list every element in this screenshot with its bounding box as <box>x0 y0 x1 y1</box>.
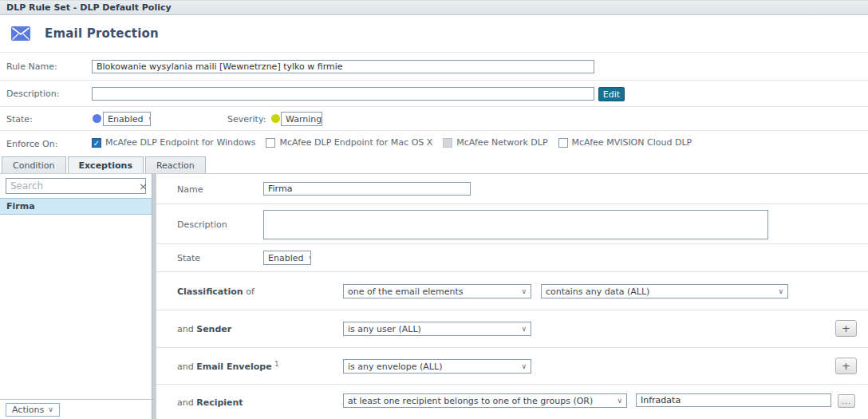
email-envelope-select[interactable]: is any envelope (ALL) ∨ <box>343 359 531 374</box>
checkbox-label: McAfee DLP Endpoint for Mac OS X <box>279 137 432 148</box>
state-status-dot <box>93 114 101 123</box>
sender-select[interactable]: is any user (ALL) ∨ <box>343 322 531 336</box>
exception-description-row: Description <box>156 204 868 244</box>
content-area: × Firma Actions ∨ Name Description Sta <box>0 174 868 419</box>
tab-exceptions[interactable]: Exceptions <box>68 156 144 173</box>
rule-name-label: Rule Name: <box>6 61 57 72</box>
tab-bar: Condition Exceptions Reaction <box>0 156 868 174</box>
checkbox-label: McAfee DLP Endpoint for Windows <box>105 137 255 148</box>
browse-recipient-groups-button[interactable]: ... <box>838 394 855 408</box>
tab-reaction[interactable]: Reaction <box>145 156 206 173</box>
chevron-down-icon: ∨ <box>521 325 527 333</box>
severity-select[interactable]: Warning ∨ <box>281 112 322 126</box>
add-sender-button[interactable]: + <box>835 320 857 337</box>
sender-label-bold: Sender <box>196 324 231 334</box>
recipient-select-value: at least one recipient belongs to one of… <box>348 396 593 406</box>
exception-detail-panel: Name Description State Enabled ∨ Classif… <box>156 174 868 419</box>
enforce-on-row: Enforce On: ✓ McAfee DLP Endpoint for Wi… <box>0 130 868 156</box>
exception-state-select[interactable]: Enabled ∨ <box>263 251 311 265</box>
dlp-rule-editor-window: DLP Rule Set - DLP Default Policy Email … <box>0 0 868 419</box>
recipient-label: and Recipient <box>177 397 243 407</box>
exception-name-input[interactable] <box>263 182 471 196</box>
exception-description-label: Description <box>177 219 227 229</box>
state-label: State: <box>6 113 33 124</box>
chevron-down-icon: ∨ <box>617 397 622 405</box>
classification-data-value: contains any data (ALL) <box>546 287 649 297</box>
severity-status-dot <box>271 114 280 123</box>
tab-condition[interactable]: Condition <box>2 156 66 173</box>
state-select[interactable]: Enabled ∨ <box>103 112 151 126</box>
classification-data-select[interactable]: contains any data (ALL) ∨ <box>541 284 788 298</box>
sidebar-action-bar: Actions ∨ <box>0 399 152 419</box>
exception-state-row: State Enabled ∨ <box>156 244 868 272</box>
exceptions-sidebar: × Firma Actions ∨ <box>0 174 152 419</box>
envelope-label-prefix: and <box>177 362 196 372</box>
state-severity-row: State: Enabled ∨ Severity: Warning ∨ <box>0 106 868 130</box>
add-envelope-button[interactable]: + <box>835 358 857 374</box>
recipient-label-bold: Recipient <box>196 397 243 407</box>
envelope-footnote-marker: 1 <box>274 360 278 367</box>
email-envelope-row: and Email Envelope 1 is any envelope (AL… <box>156 348 868 385</box>
sender-label: and Sender <box>177 324 231 334</box>
description-label: Description: <box>6 89 59 99</box>
recipient-select[interactable]: at least one recipient belongs to one of… <box>343 393 627 408</box>
checkbox-label: McAfee Network DLP <box>456 137 547 148</box>
page-title: Email Protection <box>45 26 159 41</box>
state-select-value: Enabled <box>108 114 143 125</box>
classification-label: Classification of <box>177 286 254 296</box>
sender-row: and Sender is any user (ALL) ∨ + <box>156 310 868 348</box>
exception-description-input[interactable] <box>263 210 768 239</box>
description-row: Description: Edit <box>0 80 868 106</box>
exception-name-row: Name <box>156 174 868 204</box>
exception-state-label: State <box>177 253 200 263</box>
classification-row: Classification of one of the email eleme… <box>156 272 868 310</box>
checkbox-dlp-endpoint-windows[interactable]: ✓ <box>92 138 101 148</box>
chevron-down-icon: ∨ <box>48 405 53 413</box>
edit-button[interactable]: Edit <box>598 87 625 101</box>
window-title: DLP Rule Set - DLP Default Policy <box>6 2 172 13</box>
envelope-label-bold: Email Envelope <box>196 362 271 372</box>
sender-select-value: is any user (ALL) <box>348 324 421 334</box>
recipient-label-prefix: and <box>177 397 196 407</box>
sender-label-prefix: and <box>177 324 196 334</box>
recipient-row: and Recipient at least one recipient bel… <box>156 385 868 419</box>
rule-name-row: Rule Name: <box>0 52 868 80</box>
rule-name-input[interactable] <box>92 60 594 73</box>
window-title-bar: DLP Rule Set - DLP Default Policy <box>0 1 868 15</box>
search-box: × <box>6 178 146 194</box>
page-header: Email Protection <box>0 15 868 52</box>
enforce-on-label: Enforce On: <box>6 139 57 149</box>
checkbox-dlp-endpoint-mac[interactable] <box>266 138 275 148</box>
chevron-down-icon: ∨ <box>148 115 151 123</box>
chevron-down-icon: ∨ <box>308 254 311 262</box>
chevron-down-icon: ∨ <box>521 287 527 295</box>
classification-element-select[interactable]: one of the email elements ∨ <box>343 284 531 298</box>
email-envelope-select-value: is any envelope (ALL) <box>348 362 442 372</box>
classification-element-value: one of the email elements <box>348 287 464 297</box>
search-input[interactable] <box>6 180 134 192</box>
email-envelope-label: and Email Envelope 1 <box>177 360 278 372</box>
severity-select-value: Warning <box>286 114 322 125</box>
actions-button-label: Actions <box>12 405 44 415</box>
email-envelope-icon <box>11 26 30 41</box>
chevron-down-icon: ∨ <box>778 287 783 295</box>
checkbox-label: McAfee MVISION Cloud DLP <box>572 137 692 148</box>
chevron-down-icon: ∨ <box>521 362 527 370</box>
exception-state-value: Enabled <box>268 253 303 263</box>
recipient-group-input[interactable] <box>636 393 831 407</box>
exception-list-item-firma[interactable]: Firma <box>0 198 152 215</box>
clear-search-icon[interactable]: × <box>134 180 152 192</box>
classification-label-bold: Classification <box>177 286 243 296</box>
actions-button[interactable]: Actions ∨ <box>6 403 60 417</box>
checkbox-network-dlp <box>443 138 452 148</box>
classification-label-rest: of <box>243 286 254 296</box>
exception-name-label: Name <box>177 184 203 194</box>
severity-label: Severity: <box>227 113 266 124</box>
checkbox-mvision-cloud-dlp[interactable] <box>558 138 568 148</box>
enforce-on-options: ✓ McAfee DLP Endpoint for Windows McAfee… <box>92 137 698 148</box>
description-input[interactable] <box>92 87 594 101</box>
